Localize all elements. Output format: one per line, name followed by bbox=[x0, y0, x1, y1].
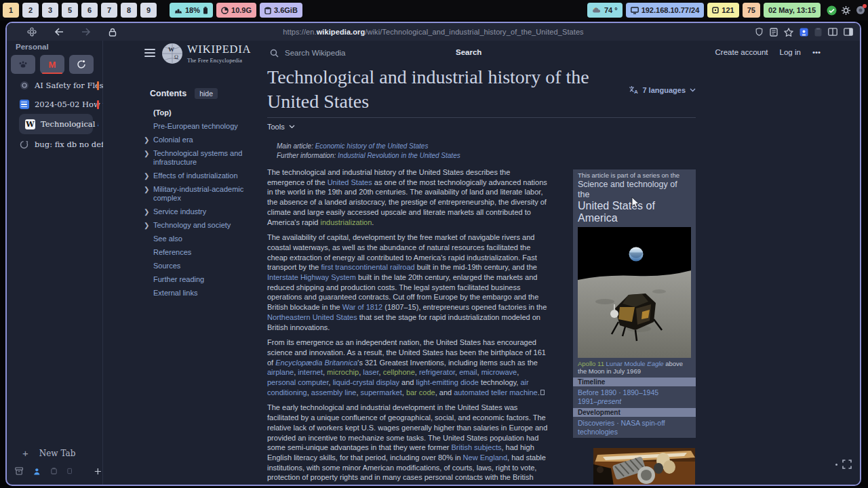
toc-item[interactable]: ❯ References bbox=[144, 248, 258, 257]
split-view-icon[interactable] bbox=[828, 28, 837, 36]
chevron-right-icon[interactable]: ❯ bbox=[144, 185, 149, 194]
chevron-right-icon[interactable]: ❯ bbox=[144, 171, 149, 180]
series-subtitle[interactable]: Science and technology of the bbox=[578, 180, 691, 200]
workspace-button[interactable]: 5 bbox=[62, 3, 78, 18]
add-icon[interactable] bbox=[94, 467, 102, 476]
apollo-lunar-module-image[interactable] bbox=[578, 227, 691, 358]
workspace-button[interactable]: 9 bbox=[140, 3, 157, 18]
expand-control[interactable] bbox=[835, 460, 852, 469]
chevron-right-icon[interactable]: ❯ bbox=[144, 207, 149, 216]
profile-icon[interactable] bbox=[33, 467, 41, 476]
dot-icon bbox=[835, 464, 837, 466]
languages-label: 7 languages bbox=[642, 86, 686, 94]
workspace-button[interactable]: 2 bbox=[22, 3, 39, 18]
toc-item-label: External links bbox=[153, 289, 197, 297]
timeline-links[interactable]: Before 1890 · 1890–1945 bbox=[578, 388, 691, 397]
pinned-tab-gmail[interactable]: M bbox=[40, 55, 64, 74]
monitor-icon bbox=[631, 7, 639, 14]
tab-title: bug: fix db no defaul bbox=[35, 140, 103, 149]
extension-blue-icon[interactable] bbox=[800, 28, 808, 37]
toc-item[interactable]: ❯ Colonial era bbox=[144, 136, 258, 144]
back-icon[interactable] bbox=[54, 28, 64, 36]
toc-item[interactable]: ❯ Further reading bbox=[144, 275, 258, 284]
tab-bug[interactable]: bug: fix db no defaul bbox=[7, 135, 103, 154]
workspace-label: Personal bbox=[16, 43, 49, 51]
workspace-button[interactable]: 8 bbox=[121, 3, 137, 18]
more-menu-button[interactable]: ••• bbox=[812, 48, 821, 56]
forward-icon[interactable] bbox=[81, 28, 91, 36]
shield-icon[interactable] bbox=[755, 27, 764, 37]
lock-icon[interactable] bbox=[108, 28, 117, 37]
wikipedia-wordmark[interactable]: WIKIPEDIA The Free Encyclopedia bbox=[187, 44, 251, 66]
workspace-button[interactable]: 6 bbox=[81, 3, 98, 18]
toc-hide-button[interactable]: hide bbox=[195, 88, 218, 99]
development-links[interactable]: Discoveries · NASA spin-off technologies bbox=[578, 419, 691, 436]
chevron-right-icon[interactable]: ❯ bbox=[144, 221, 149, 230]
extensions-flower-icon[interactable] bbox=[27, 27, 37, 37]
new-tab-label: New Tab bbox=[39, 449, 76, 458]
hatnote[interactable]: Main article: Economic history of the Un… bbox=[277, 142, 696, 151]
tab-wikipedia-active[interactable]: W Technological and bbox=[14, 115, 98, 134]
tab-doc[interactable]: 2024-05-02 How tech bbox=[7, 95, 103, 114]
workspace-button[interactable]: 1 bbox=[3, 3, 19, 18]
toc-item-label: Technological systems and infrastructure bbox=[153, 149, 242, 166]
menu-icon[interactable] bbox=[144, 49, 155, 57]
new-tab-button[interactable]: + New Tab bbox=[22, 447, 75, 459]
tools-menu[interactable]: Tools bbox=[267, 123, 696, 131]
toc-title: Contents bbox=[150, 89, 186, 98]
toc-item[interactable]: ❯ Effects of industrialization bbox=[144, 171, 258, 180]
reader-mode-icon[interactable] bbox=[770, 28, 778, 37]
status-bar: 1 2 3 5 6 7 8 9 18% 10.9G bbox=[0, 0, 868, 20]
login-link[interactable]: Log in bbox=[780, 48, 801, 56]
toc-item[interactable]: ❯ Pre-European technology bbox=[144, 122, 258, 131]
hatnote[interactable]: Further information: Industrial Revoluti… bbox=[277, 151, 696, 161]
search-input[interactable]: Search Wikipedia bbox=[270, 46, 345, 60]
check-tray-icon[interactable] bbox=[827, 5, 837, 16]
create-account-link[interactable]: Create account bbox=[715, 48, 768, 56]
bookmark-star-icon[interactable] bbox=[784, 28, 793, 37]
article-paragraph: The availability of capital, development… bbox=[267, 232, 549, 332]
toc-item[interactable]: ❯ Military-industrial-academic complex bbox=[144, 185, 258, 203]
sidebar-toggle-icon[interactable] bbox=[844, 28, 853, 36]
image-caption[interactable]: Apollo 11 Lunar Module Eagle above the M… bbox=[578, 361, 691, 375]
pinned-tab-reload[interactable] bbox=[69, 55, 94, 74]
archive-icon[interactable] bbox=[15, 466, 23, 476]
fullscreen-icon[interactable] bbox=[842, 460, 852, 469]
tab-title: AI Safety for Fleshy bbox=[35, 81, 103, 90]
toc-item[interactable]: ❯ External links bbox=[144, 289, 258, 298]
toc-item[interactable]: ❯ Technology and society bbox=[144, 221, 258, 230]
cpu-value: 18% bbox=[185, 6, 200, 14]
series-title[interactable]: United States of America bbox=[578, 200, 691, 224]
tab-indicator bbox=[97, 100, 99, 109]
toc-item[interactable]: ❯ Technological systems and infrastructu… bbox=[144, 149, 258, 167]
cotton-gin-image[interactable] bbox=[593, 448, 695, 485]
container-small-icon[interactable] bbox=[67, 467, 72, 475]
workspace-button[interactable]: 7 bbox=[101, 3, 117, 18]
settings-tray-icon[interactable] bbox=[841, 5, 851, 16]
chevron-right-icon[interactable]: ❯ bbox=[144, 136, 149, 144]
toc-item[interactable]: ❯ (Top) bbox=[144, 108, 258, 117]
browser-window: https://en.wikipedia.org/wiki/Technologi… bbox=[5, 22, 861, 486]
pinned-tab-paw[interactable] bbox=[11, 55, 35, 74]
toc-item[interactable]: ❯ See also bbox=[144, 235, 258, 243]
notification-tray-icon[interactable] bbox=[855, 5, 865, 16]
languages-button[interactable]: A 7 languages bbox=[629, 85, 696, 94]
timeline-links[interactable]: 1991–present bbox=[578, 397, 691, 406]
toc-item[interactable]: ❯ Sources bbox=[144, 262, 258, 270]
pinned-tabs: M bbox=[11, 55, 94, 74]
tab-title: 2024-05-02 How tech bbox=[35, 100, 103, 109]
svg-text:A: A bbox=[634, 89, 638, 94]
extension-dark-icon[interactable] bbox=[814, 28, 822, 37]
chevron-right-icon[interactable]: ❯ bbox=[144, 149, 149, 158]
workspace-button[interactable]: 3 bbox=[42, 3, 58, 18]
article-paragraph: The early technological and industrial d… bbox=[267, 403, 549, 485]
browser-toolbar: https://en.wikipedia.org/wiki/Technologi… bbox=[7, 23, 860, 41]
tab-ai-safety[interactable]: AI Safety for Fleshy bbox=[7, 76, 103, 95]
search-placeholder: Search Wikipedia bbox=[285, 49, 345, 57]
toc-item[interactable]: ❯ Service industry bbox=[144, 207, 258, 216]
container-icon[interactable] bbox=[51, 467, 57, 475]
updates-badge: 121 bbox=[707, 3, 738, 18]
toc-item-label: References bbox=[153, 248, 191, 256]
url-bar[interactable]: https://en.wikipedia.org/wiki/Technologi… bbox=[7, 28, 860, 36]
search-button[interactable]: Search bbox=[456, 48, 481, 56]
